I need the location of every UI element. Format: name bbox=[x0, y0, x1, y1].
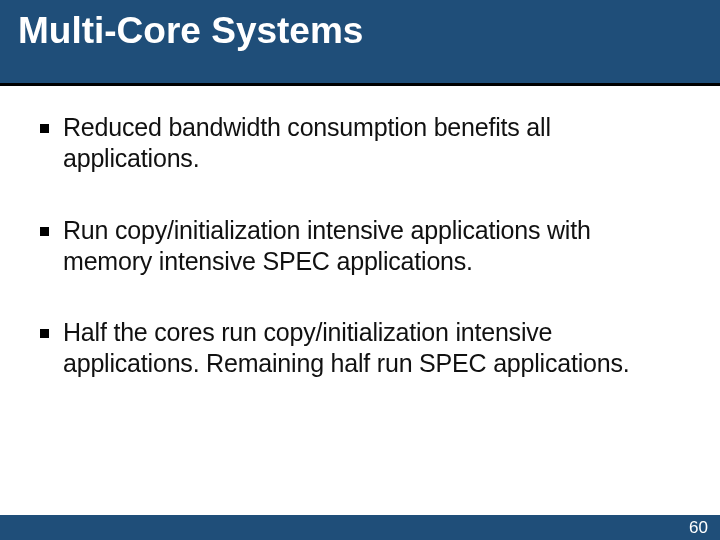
bullet-marker-icon bbox=[40, 227, 49, 236]
slide-title: Multi-Core Systems bbox=[18, 10, 702, 52]
bullet-text: Reduced bandwidth consumption benefits a… bbox=[63, 112, 680, 175]
bullet-marker-icon bbox=[40, 124, 49, 133]
title-bar: Multi-Core Systems bbox=[0, 0, 720, 86]
slide-content: Reduced bandwidth consumption benefits a… bbox=[0, 86, 720, 380]
bullet-marker-icon bbox=[40, 329, 49, 338]
bullet-text: Half the cores run copy/initialization i… bbox=[63, 317, 680, 380]
page-number: 60 bbox=[689, 515, 708, 540]
footer-bar bbox=[0, 515, 720, 540]
bullet-item: Reduced bandwidth consumption benefits a… bbox=[40, 112, 680, 175]
bullet-item: Run copy/initialization intensive applic… bbox=[40, 215, 680, 278]
bullet-item: Half the cores run copy/initialization i… bbox=[40, 317, 680, 380]
bullet-text: Run copy/initialization intensive applic… bbox=[63, 215, 680, 278]
